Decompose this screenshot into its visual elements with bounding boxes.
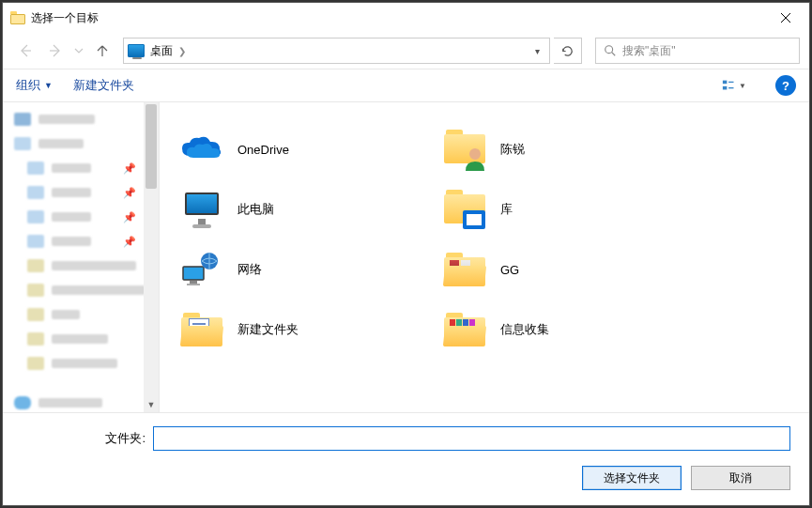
titlebar: 选择一个目标 <box>3 3 809 33</box>
organize-label: 组织 <box>16 77 40 94</box>
library-icon <box>463 210 485 229</box>
buttons-row: 选择文件夹 取消 <box>22 466 790 490</box>
recent-locations-button[interactable] <box>72 38 85 64</box>
item-gg[interactable]: GG <box>441 241 704 298</box>
breadcrumb-separator-icon[interactable]: ❯ <box>178 46 186 56</box>
sidebar-scrollbar[interactable]: ▲ ▼ <box>144 102 159 412</box>
svg-point-10 <box>469 148 481 160</box>
help-icon: ? <box>782 79 789 93</box>
back-button[interactable] <box>12 38 38 64</box>
item-label: 库 <box>500 201 513 218</box>
folder-icon <box>181 313 222 346</box>
folder-input[interactable] <box>153 426 790 451</box>
pin-icon: 📌 <box>123 211 136 223</box>
organize-menu[interactable]: 组织▼ <box>16 77 53 94</box>
folder-label: 文件夹: <box>22 430 146 447</box>
folder-icon <box>444 253 485 286</box>
address-bar[interactable]: 桌面 ❯ ▾ <box>123 38 550 64</box>
caret-down-icon: ▼ <box>44 81 53 90</box>
scroll-thumb[interactable] <box>146 104 157 189</box>
svg-rect-13 <box>187 284 200 285</box>
item-label: 信息收集 <box>500 321 549 338</box>
network-icon <box>179 250 224 289</box>
folder-icon <box>10 11 25 24</box>
cancel-button[interactable]: 取消 <box>691 466 790 490</box>
item-this-pc[interactable]: 此电脑 <box>178 181 441 238</box>
onedrive-icon <box>180 135 223 163</box>
select-folder-button[interactable]: 选择文件夹 <box>582 466 682 490</box>
svg-line-5 <box>612 53 616 56</box>
refresh-button[interactable] <box>554 38 582 64</box>
new-folder-label: 新建文件夹 <box>73 77 134 94</box>
sidebar-tree: 📌 📌 📌 📌 <box>3 102 159 412</box>
item-network[interactable]: 网络 <box>178 241 441 298</box>
user-icon <box>463 146 487 171</box>
item-label: GG <box>500 263 519 277</box>
address-dropdown[interactable]: ▾ <box>527 46 547 56</box>
pin-icon: 📌 <box>123 236 136 248</box>
item-onedrive[interactable]: OneDrive <box>178 121 441 177</box>
view-icon <box>722 78 737 93</box>
pc-icon <box>181 191 222 228</box>
new-folder-button[interactable]: 新建文件夹 <box>73 77 134 94</box>
arrow-up-icon <box>95 43 110 58</box>
close-button[interactable] <box>764 4 807 32</box>
dialog-title: 选择一个目标 <box>31 10 764 26</box>
pin-icon: 📌 <box>123 187 136 199</box>
content-pane[interactable]: OneDrive 陈锐 此电脑 库 <box>159 102 809 412</box>
select-folder-label: 选择文件夹 <box>604 470 660 486</box>
svg-rect-12 <box>190 281 197 284</box>
svg-rect-6 <box>723 81 727 85</box>
items-grid: OneDrive 陈锐 此电脑 库 <box>178 121 809 362</box>
arrow-left-icon <box>17 42 34 59</box>
item-label: OneDrive <box>237 143 289 157</box>
item-user[interactable]: 陈锐 <box>441 121 704 177</box>
scroll-down-icon[interactable]: ▼ <box>144 397 159 412</box>
breadcrumb-desktop[interactable]: 桌面 <box>150 43 173 59</box>
navigation-pane[interactable]: 📌 📌 📌 📌 ▲ ▼ <box>3 102 159 412</box>
view-options-button[interactable]: ▼ <box>721 74 747 97</box>
item-info-collect[interactable]: 信息收集 <box>441 301 704 358</box>
arrow-right-icon <box>47 42 64 59</box>
desktop-icon <box>128 44 145 57</box>
cancel-label: 取消 <box>729 470 752 486</box>
up-button[interactable] <box>89 38 115 64</box>
item-label: 陈锐 <box>500 141 525 158</box>
folder-picker-dialog: 选择一个目标 桌面 ❯ ▾ 组织▼ 新建文件夹 <box>2 2 810 506</box>
refresh-icon <box>560 44 575 58</box>
close-icon <box>780 12 791 23</box>
svg-rect-7 <box>723 86 727 90</box>
body-area: 📌 📌 📌 📌 ▲ ▼ <box>3 102 809 413</box>
search-box[interactable] <box>595 38 800 64</box>
item-label: 网络 <box>237 261 262 278</box>
toolbar: 组织▼ 新建文件夹 ▼ ? <box>3 69 809 102</box>
navigation-row: 桌面 ❯ ▾ <box>3 33 809 69</box>
pin-icon: 📌 <box>123 162 136 175</box>
folder-field-row: 文件夹: <box>22 426 790 451</box>
item-libraries[interactable]: 库 <box>441 181 704 238</box>
search-icon <box>604 44 617 57</box>
item-label: 新建文件夹 <box>237 321 299 338</box>
help-button[interactable]: ? <box>775 75 796 96</box>
folder-icon <box>444 313 485 346</box>
item-label: 此电脑 <box>237 201 274 218</box>
svg-point-4 <box>605 46 613 54</box>
item-new-folder[interactable]: 新建文件夹 <box>178 301 441 358</box>
svg-rect-11 <box>183 267 204 280</box>
search-input[interactable] <box>622 44 791 57</box>
chevron-down-icon <box>74 46 84 55</box>
footer: 文件夹: 选择文件夹 取消 <box>3 413 809 505</box>
forward-button[interactable] <box>42 38 69 64</box>
caret-down-icon: ▼ <box>739 82 746 90</box>
